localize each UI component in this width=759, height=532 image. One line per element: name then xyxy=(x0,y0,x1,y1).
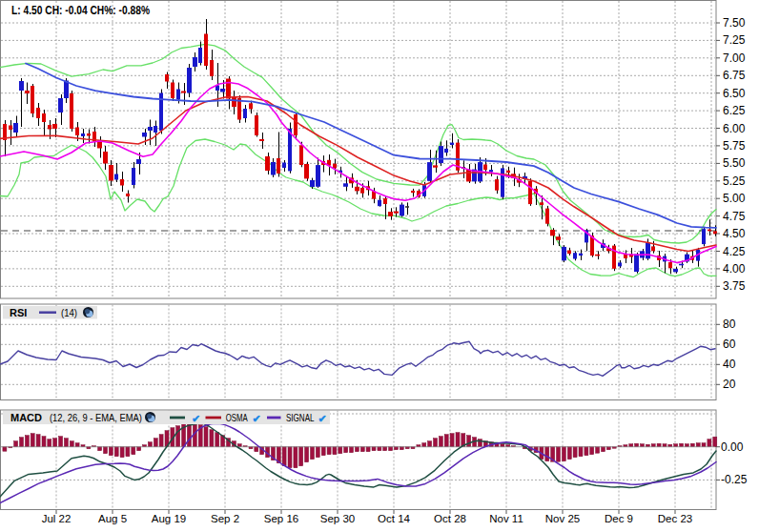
svg-text:L: 4.50 CH: -0.04 CH%: -0.88%: L: 4.50 CH: -0.04 CH%: -0.88% xyxy=(11,3,150,17)
svg-text:20: 20 xyxy=(723,378,736,391)
svg-text:80: 80 xyxy=(723,317,736,331)
svg-text:Dec 23: Dec 23 xyxy=(658,513,692,524)
svg-text:Aug 5: Aug 5 xyxy=(98,513,127,524)
svg-text:Dec 9: Dec 9 xyxy=(605,513,633,524)
svg-text:6.00: 6.00 xyxy=(723,122,746,135)
svg-text:5.75: 5.75 xyxy=(723,139,746,153)
svg-text:(12, 26, 9 - EMA, EMA): (12, 26, 9 - EMA, EMA) xyxy=(50,412,142,423)
svg-text:✔: ✔ xyxy=(192,413,200,424)
svg-text:5.50: 5.50 xyxy=(723,156,746,170)
svg-text:7.00: 7.00 xyxy=(723,51,746,65)
svg-text:✔: ✔ xyxy=(253,413,261,424)
svg-text:40: 40 xyxy=(723,358,736,371)
svg-text:0.00: 0.00 xyxy=(721,440,744,454)
svg-text:✔: ✔ xyxy=(318,413,327,424)
svg-text:4.50: 4.50 xyxy=(723,227,746,240)
svg-text:Sep 30: Sep 30 xyxy=(320,513,355,524)
svg-text:6.50: 6.50 xyxy=(723,87,746,100)
svg-text:Sep 2: Sep 2 xyxy=(211,513,239,524)
svg-text:OSMA: OSMA xyxy=(226,412,248,423)
svg-text:5.25: 5.25 xyxy=(723,174,746,188)
svg-text:SIGNAL: SIGNAL xyxy=(286,412,315,423)
svg-text:6.25: 6.25 xyxy=(723,104,746,117)
svg-text:Jul 22: Jul 22 xyxy=(42,513,72,524)
svg-text:4.00: 4.00 xyxy=(723,262,746,276)
svg-text:5.00: 5.00 xyxy=(723,192,746,205)
svg-text:4.25: 4.25 xyxy=(723,245,746,258)
svg-text:7.25: 7.25 xyxy=(723,33,746,47)
svg-text:-0.25: -0.25 xyxy=(721,473,748,486)
svg-text:Nov 25: Nov 25 xyxy=(545,513,580,524)
svg-text:RSI: RSI xyxy=(10,307,27,318)
svg-text:6.75: 6.75 xyxy=(723,69,746,82)
svg-text:7.50: 7.50 xyxy=(723,16,746,30)
svg-text:Aug 19: Aug 19 xyxy=(152,513,186,524)
svg-text:60: 60 xyxy=(723,338,736,351)
svg-text:MACD: MACD xyxy=(10,412,42,423)
svg-text:Sep 16: Sep 16 xyxy=(264,513,298,524)
svg-text:Nov 11: Nov 11 xyxy=(489,513,523,524)
svg-text:4.75: 4.75 xyxy=(723,210,746,223)
svg-text:3.75: 3.75 xyxy=(723,279,746,293)
svg-text:Oct 28: Oct 28 xyxy=(434,513,466,524)
svg-text:Oct 14: Oct 14 xyxy=(378,513,410,524)
svg-text:(14): (14) xyxy=(61,307,77,318)
